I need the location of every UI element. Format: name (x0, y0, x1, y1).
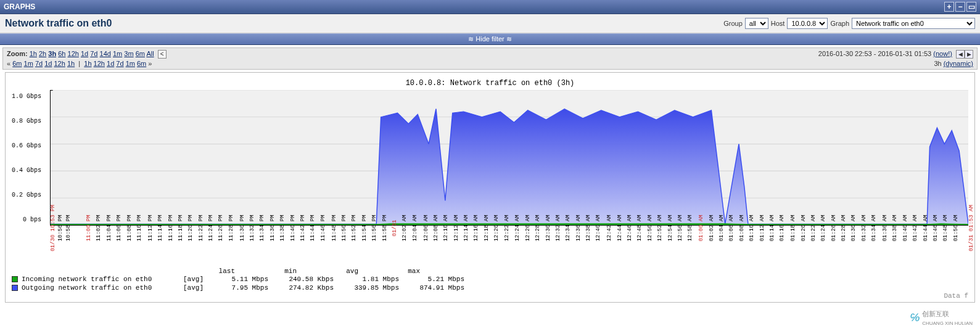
zoom-1m[interactable]: 1m (113, 50, 122, 57)
chart-plot[interactable]: ▲ (50, 90, 968, 226)
xtick: 11:20 PM (187, 215, 194, 241)
xtick: 11:26 PM (218, 215, 224, 241)
nav-1m[interactable]: 1m (126, 60, 135, 67)
xtick: 12:34 AM (565, 215, 571, 241)
xtick: 01/31 01:53 AM (968, 205, 974, 251)
host-label: Host (771, 20, 785, 27)
nav-1h[interactable]: 1h (67, 60, 75, 67)
panel-title: GRAPHS (4, 2, 35, 11)
xtick: 01:18 AM (790, 215, 796, 241)
xtick: 01:22 AM (810, 215, 817, 241)
maximize-icon[interactable]: ▭ (966, 2, 976, 12)
xtick: 12:30 AM (545, 215, 551, 241)
legend-val: 5.21 Mbps (408, 275, 469, 284)
arrow-up-icon: ▲ (50, 90, 54, 92)
xtick: 12:42 AM (606, 215, 612, 241)
zoom-6h[interactable]: 6h (58, 50, 65, 57)
step-fwd-icon[interactable]: ▶ (965, 50, 973, 59)
legend-name: Incoming network traffic on eth0 (22, 275, 179, 284)
xtick: 01:28 AM (841, 215, 847, 241)
nav-6m[interactable]: 6m (137, 60, 146, 67)
nav-1d[interactable]: 1d (44, 60, 52, 67)
legend-col: avg (302, 268, 363, 275)
zoom-12h[interactable]: 12h (68, 50, 79, 57)
now-link[interactable]: (now!) (933, 50, 952, 57)
ytick: 0.6 Gbps (12, 142, 41, 149)
nav-7d[interactable]: 7d (35, 60, 43, 67)
nav-far-right[interactable]: » (148, 60, 152, 67)
zoom-2h[interactable]: 2h (39, 50, 46, 57)
legend-row: Outgoing network traffic on eth0[avg]7.9… (12, 284, 968, 292)
nav-7d[interactable]: 7d (116, 60, 123, 67)
xtick: 01:44 AM (923, 215, 929, 241)
zoom-row: Zoom: 1h 2h 3h 6h 12h 1d 7d 14d 1m 3m 6m… (7, 50, 167, 59)
mode-link[interactable]: (dynamic) (944, 60, 973, 67)
xtick: 11:12 PM (147, 215, 154, 241)
nav-12h[interactable]: 12h (94, 60, 105, 67)
zoom-All[interactable]: All (146, 50, 154, 57)
ytick: 0.8 Gbps (12, 118, 41, 125)
xtick: 12:08 AM (433, 215, 439, 241)
plus-icon[interactable]: + (944, 2, 954, 12)
x-axis: 01/30 10:53 PM10:56 PM10:58 PM11:00 PM11… (50, 226, 968, 266)
xtick: 01:24 AM (820, 215, 826, 241)
graph-select[interactable]: Network traffic on eth0 (852, 18, 975, 29)
zoom-1d[interactable]: 1d (81, 50, 88, 57)
minus-icon[interactable]: − (955, 2, 965, 12)
xtick: 01:32 AM (861, 215, 867, 241)
xtick: 11:32 PM (249, 215, 255, 241)
page-title: Network traffic on eth0 (5, 18, 112, 29)
nav-far-left[interactable]: « (7, 60, 10, 67)
legend-name: Outgoing network traffic on eth0 (22, 284, 179, 292)
legend-val: 274.82 Kbps (277, 284, 339, 292)
xtick: 12:58 AM (687, 215, 693, 241)
xtick: 11:46 PM (320, 215, 326, 241)
hide-filter-bar[interactable]: ≋ Hide filter ≋ (0, 33, 980, 45)
nav-1d[interactable]: 1d (107, 60, 114, 67)
xtick: 01/31 (392, 220, 398, 237)
xtick: 01:12 AM (759, 215, 765, 241)
xtick: 12:38 AM (585, 215, 591, 241)
xtick: 01:30 AM (850, 215, 857, 241)
xtick: 12:02 AM (401, 215, 408, 241)
step-back-icon[interactable]: ◀ (956, 50, 965, 59)
zoom-1h[interactable]: 1h (30, 50, 37, 57)
xtick: 01:14 AM (769, 215, 775, 241)
legend-swatch (12, 276, 18, 282)
group-select[interactable]: all (745, 18, 768, 29)
xtick: 01:34 AM (871, 215, 877, 241)
zoom-7d[interactable]: 7d (90, 50, 97, 57)
xtick: 12:46 AM (627, 215, 633, 241)
zoom-14d[interactable]: 14d (100, 50, 111, 57)
host-select[interactable]: 10.0.0.8 (787, 18, 828, 29)
xtick: 12:16 AM (473, 215, 479, 241)
zoom-3m[interactable]: 3m (124, 50, 133, 57)
ytick: 0 bps (23, 216, 41, 223)
legend-row: Incoming network traffic on eth0[avg]5.1… (12, 275, 968, 284)
legend-swatch (12, 285, 18, 291)
xtick: 11:22 PM (198, 215, 204, 241)
zoom-3h[interactable]: 3h (48, 50, 56, 57)
xtick: 01:40 AM (902, 215, 908, 241)
xtick: 11:42 PM (300, 215, 306, 241)
date-range: 2016-01-30 22:53 - 2016-01-31 01:53 (818, 50, 931, 57)
xtick: 12:06 AM (423, 215, 429, 241)
nav-1m[interactable]: 1m (24, 60, 33, 67)
chart-title: 10.0.0.8: Network traffic on eth0 (3h) (12, 79, 968, 88)
nav-6m[interactable]: 6m (12, 60, 22, 67)
xtick: 12:26 AM (525, 215, 531, 241)
selector-row: Group all Host 10.0.0.8 Graph Network tr… (723, 18, 975, 29)
xtick: 12:50 AM (647, 215, 653, 241)
control-bar: Zoom: 1h 2h 3h 6h 12h 1d 7d 14d 1m 3m 6m… (2, 47, 978, 70)
nav-1h[interactable]: 1h (84, 60, 91, 67)
xtick: 12:54 AM (667, 215, 673, 241)
nav-12h[interactable]: 12h (54, 60, 65, 67)
legend-footer: Data f (12, 292, 968, 300)
xtick: 11:30 PM (239, 215, 245, 241)
xtick: 11:58 PM (382, 215, 388, 241)
xtick: 12:48 AM (636, 215, 643, 241)
clear-zoom-icon[interactable]: < (158, 50, 167, 59)
xtick: 11:36 PM (270, 215, 276, 241)
xtick: 11:44 PM (310, 215, 316, 241)
zoom-6m[interactable]: 6m (136, 50, 145, 57)
